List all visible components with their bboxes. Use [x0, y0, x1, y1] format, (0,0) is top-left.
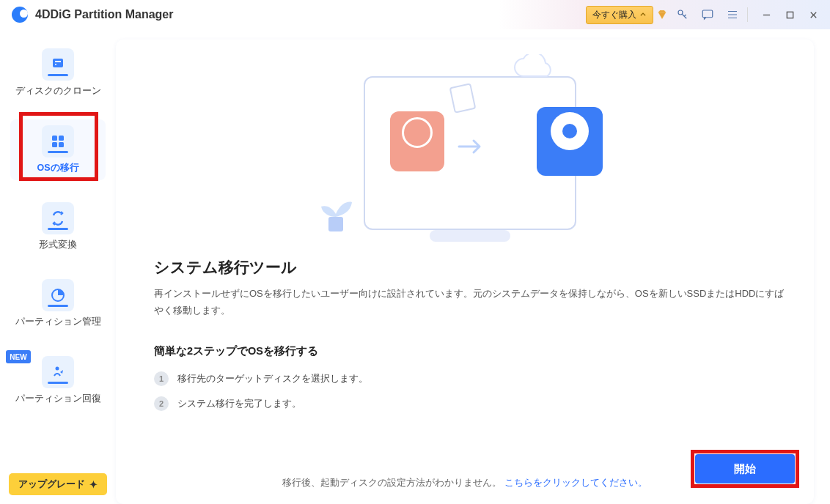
main-panel: システム移行ツール 再インストールせずにOSを移行したいユーザー向けに設計されて… — [116, 40, 814, 504]
step-text: システム移行を完了します。 — [177, 397, 301, 410]
close-button[interactable] — [804, 5, 823, 24]
sidebar-item-label: パーティション回復 — [15, 393, 101, 405]
plant-icon — [317, 170, 355, 234]
svg-rect-12 — [328, 217, 343, 231]
step-number: 2 — [154, 396, 169, 411]
monitor-graphic — [364, 76, 576, 230]
key-icon-button[interactable] — [672, 4, 693, 25]
source-disk-graphic — [390, 111, 444, 171]
maximize-button[interactable] — [780, 5, 799, 24]
feedback-icon-button[interactable] — [697, 4, 718, 25]
cloud-icon — [509, 54, 562, 84]
svg-point-0 — [678, 10, 683, 15]
sidebar-item-os-migration[interactable]: OSの移行 — [10, 119, 106, 180]
step-number: 1 — [154, 371, 169, 386]
svg-rect-8 — [52, 142, 57, 147]
sidebar: ディスクのクローン OSの移行 形式変換 パーティション管理 パーティ — [0, 29, 116, 504]
sparkle-icon: ✦ — [89, 479, 98, 490]
footer-link[interactable]: こちらをクリックしてください。 — [504, 477, 647, 488]
arrow-right-icon — [458, 138, 487, 155]
footer-hint: 移行後、起動ディスクの設定方法がわかりません。 — [282, 477, 502, 488]
target-disk-graphic — [537, 107, 603, 176]
sidebar-item-label: OSの移行 — [37, 162, 78, 174]
section-title: システム移行ツール — [154, 257, 786, 278]
step-row: 2 システム移行を完了します。 — [154, 396, 786, 411]
disk-clone-icon — [42, 48, 74, 81]
svg-point-5 — [55, 64, 56, 65]
section-description: 再インストールせずにOSを移行したいユーザー向けに設計されています。元のシステム… — [154, 285, 786, 319]
titlebar: 4DDiG Partition Manager 今すぐ購入 — [0, 0, 830, 29]
minimize-button[interactable] — [757, 5, 776, 24]
document-icon — [449, 83, 477, 113]
step-text: 移行先のターゲットディスクを選択します。 — [177, 372, 368, 385]
svg-rect-9 — [59, 142, 64, 147]
step-row: 1 移行先のターゲットディスクを選択します。 — [154, 371, 786, 386]
os-migration-icon — [42, 125, 74, 158]
footer-note: 移行後、起動ディスクの設定方法がわかりません。 こちらをクリックしてください。 — [116, 476, 814, 489]
svg-rect-2 — [787, 12, 793, 18]
steps-subtitle: 簡単な2ステップでOSを移行する — [154, 344, 786, 358]
svg-rect-4 — [55, 61, 61, 62]
titlebar-separator — [747, 7, 748, 22]
sidebar-item-label: 形式変換 — [39, 239, 77, 251]
partition-manage-icon — [42, 279, 74, 311]
sidebar-item-label: パーティション管理 — [15, 316, 101, 328]
buy-now-label: 今すぐ購入 — [592, 9, 636, 21]
sidebar-item-format-convert[interactable]: 形式変換 — [10, 196, 106, 257]
svg-rect-3 — [53, 59, 63, 67]
sidebar-item-disk-clone[interactable]: ディスクのクローン — [10, 42, 106, 103]
sidebar-item-partition-manage[interactable]: パーティション管理 — [10, 273, 106, 334]
upgrade-label: アップグレード — [18, 478, 85, 491]
svg-rect-7 — [59, 136, 64, 141]
sidebar-item-label: ディスクのクローン — [15, 85, 101, 97]
app-logo-icon — [12, 7, 28, 23]
partition-recovery-icon — [42, 356, 74, 388]
diamond-icon — [656, 9, 668, 21]
format-convert-icon — [42, 202, 74, 234]
chevron-up-icon — [639, 11, 647, 18]
new-badge: NEW — [6, 350, 31, 363]
svg-rect-6 — [52, 136, 57, 141]
buy-now-button[interactable]: 今すぐ購入 — [586, 6, 653, 24]
upgrade-button[interactable]: アップグレード ✦ — [9, 473, 107, 495]
hero-illustration — [154, 56, 786, 250]
svg-point-11 — [56, 367, 59, 371]
menu-icon-button[interactable] — [722, 4, 743, 25]
app-title: 4DDiG Partition Manager — [35, 8, 173, 21]
